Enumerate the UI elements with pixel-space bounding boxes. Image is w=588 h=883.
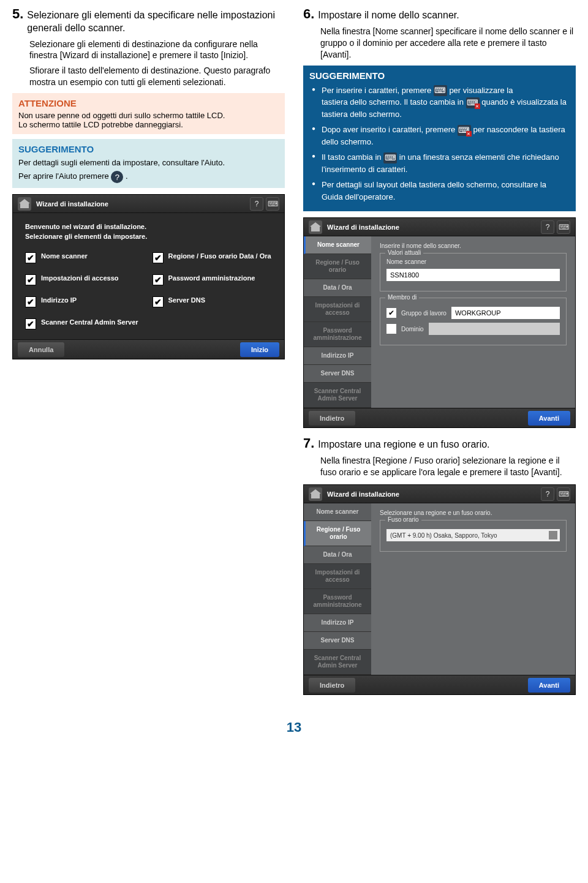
side-accesso[interactable]: Impostazioni di accesso bbox=[304, 564, 371, 589]
side-regione[interactable]: Regione / Fuso orario bbox=[304, 254, 371, 279]
help-button-icon[interactable]: ? bbox=[250, 197, 263, 211]
next-button[interactable]: Avanti bbox=[528, 678, 570, 693]
checkbox-accesso[interactable]: ✔Impostazioni di accesso bbox=[25, 274, 145, 285]
home-icon[interactable] bbox=[309, 487, 322, 501]
side-accesso[interactable]: Impostazioni di accesso bbox=[304, 297, 371, 322]
ss2-legend-membro: Membro di bbox=[385, 294, 419, 301]
checkbox-password[interactable]: ✔Password amministrazione bbox=[153, 274, 273, 285]
attention-box: ATTENZIONE Non usare penne od oggetti du… bbox=[12, 93, 285, 134]
domain-input[interactable] bbox=[429, 323, 560, 335]
step-5-number: 5. bbox=[12, 6, 23, 22]
ss2-label-nome: Nome scanner bbox=[386, 258, 560, 265]
screenshot-fuso-orario: Wizard di installazione ? ⌨ Nome scanner… bbox=[303, 484, 576, 695]
scanner-name-input[interactable]: SSN1800 bbox=[386, 269, 560, 281]
home-icon[interactable] bbox=[309, 220, 322, 234]
attention-line-2: Lo schermo tattile LCD potrebbe danneggi… bbox=[18, 120, 279, 129]
keyboard-icon bbox=[383, 152, 397, 163]
step-5-paragraph-1: Selezionare gli elementi di destinazione… bbox=[29, 39, 285, 62]
home-icon[interactable] bbox=[18, 197, 31, 211]
ss1-intro-1: Benvenuto nel wizard di installazione. bbox=[25, 223, 272, 230]
hint-bullet-4: Per dettagli sul layout della tastiera d… bbox=[312, 179, 570, 203]
side-nome-scanner[interactable]: Nome scanner bbox=[304, 236, 371, 254]
checkbox-dns[interactable]: ✔Server DNS bbox=[153, 296, 273, 307]
hint-line-1: Per dettagli sugli elementi da impostare… bbox=[18, 158, 279, 167]
ss2-label-domain: Dominio bbox=[401, 326, 424, 333]
keyboard-button-icon[interactable]: ⌨ bbox=[557, 220, 570, 234]
hint-bullet-1: Per inserire i caratteri, premere per vi… bbox=[312, 85, 570, 121]
ss2-legend-valori: Valori attuali bbox=[385, 249, 423, 256]
hint-line-2a: Per aprire l'Aiuto premere bbox=[18, 172, 111, 181]
timezone-select[interactable]: (GMT + 9.00 h) Osaka, Sapporo, Tokyo bbox=[386, 529, 560, 541]
keyboard-button-icon[interactable]: ⌨ bbox=[266, 197, 279, 211]
hint-bullet-3: Il tasto cambia in in una finestra senza… bbox=[312, 151, 570, 175]
side-data-ora[interactable]: Data / Ora bbox=[304, 546, 371, 564]
ss1-intro-2: Selezionare gli elementi da impostare. bbox=[25, 233, 272, 240]
hint-title-left: SUGGERIMENTO bbox=[18, 144, 279, 154]
step-7-heading: Impostare una regione e un fuso orario. bbox=[318, 438, 489, 451]
workgroup-checkbox[interactable]: ✔ bbox=[386, 308, 396, 318]
attention-line-1: Non usare penne od oggetti duri sullo sc… bbox=[18, 111, 279, 120]
side-dns[interactable]: Server DNS bbox=[304, 632, 371, 650]
step-7-paragraph: Nella finestra [Regione / Fuso orario] s… bbox=[320, 455, 576, 478]
next-button[interactable]: Avanti bbox=[528, 411, 570, 426]
page-number: 13 bbox=[12, 720, 576, 735]
side-data-ora[interactable]: Data / Ora bbox=[304, 279, 371, 297]
help-button-icon[interactable]: ? bbox=[541, 220, 554, 234]
back-button[interactable]: Indietro bbox=[309, 678, 355, 693]
checkbox-nome-scanner[interactable]: ✔Nome scanner bbox=[25, 252, 145, 263]
hint-line-2b: . bbox=[126, 172, 128, 181]
step-6-heading: Impostare il nome dello scanner. bbox=[318, 9, 459, 22]
step-5-paragraph-2: Sfiorare il tasto dell'elemento di desti… bbox=[29, 65, 285, 88]
side-admin-server[interactable]: Scanner Central Admin Server bbox=[304, 650, 371, 675]
step-6-number: 6. bbox=[303, 6, 314, 22]
keyboard-button-icon[interactable]: ⌨ bbox=[557, 487, 570, 501]
ss2-title: Wizard di installazione bbox=[327, 224, 538, 231]
checkbox-ip[interactable]: ✔Indirizzo IP bbox=[25, 296, 145, 307]
screenshot-wizard-checklist: Wizard di installazione ? ⌨ Benvenuto ne… bbox=[12, 194, 285, 359]
help-button-icon[interactable]: ? bbox=[541, 487, 554, 501]
checkbox-admin-server[interactable]: ✔Scanner Central Admin Server bbox=[25, 318, 145, 329]
side-nome-scanner[interactable]: Nome scanner bbox=[304, 503, 371, 521]
ss3-legend: Fuso orario bbox=[385, 516, 421, 523]
keyboard-close-icon bbox=[466, 97, 480, 108]
hint-bullet-2: Dopo aver inserito i caratteri, premere … bbox=[312, 124, 570, 148]
side-ip[interactable]: Indirizzo IP bbox=[304, 614, 371, 632]
side-admin-server[interactable]: Scanner Central Admin Server bbox=[304, 383, 371, 408]
ss1-title: Wizard di installazione bbox=[36, 200, 247, 208]
domain-checkbox[interactable] bbox=[386, 324, 396, 334]
step-6-paragraph: Nella finestra [Nome scanner] specificar… bbox=[320, 26, 576, 61]
step-7-number: 7. bbox=[303, 435, 314, 451]
back-button[interactable]: Indietro bbox=[309, 411, 355, 426]
help-icon bbox=[111, 171, 123, 183]
cancel-button[interactable]: Annulla bbox=[18, 342, 64, 357]
workgroup-input[interactable]: WORKGROUP bbox=[451, 307, 560, 319]
ss3-prompt: Selezionare una regione e un fuso orario… bbox=[380, 509, 567, 516]
side-dns[interactable]: Server DNS bbox=[304, 365, 371, 383]
side-password[interactable]: Password amministrazione bbox=[304, 589, 371, 614]
step-5-heading: Selezionare gli elementi da specificare … bbox=[27, 9, 285, 35]
attention-title: ATTENZIONE bbox=[18, 98, 279, 108]
hint-box-left: SUGGERIMENTO Per dettagli sugli elementi… bbox=[12, 139, 285, 188]
hint-title-right: SUGGERIMENTO bbox=[309, 70, 570, 81]
keyboard-icon bbox=[434, 85, 447, 96]
ss3-title: Wizard di installazione bbox=[327, 490, 538, 498]
checkbox-regione[interactable]: ✔Regione / Fuso orario Data / Ora bbox=[153, 252, 273, 263]
ss2-label-group: Gruppo di lavoro bbox=[401, 310, 447, 317]
start-button[interactable]: Inizio bbox=[240, 342, 279, 357]
ss2-prompt: Inserire il nome dello scanner. bbox=[380, 242, 567, 249]
side-password[interactable]: Password amministrazione bbox=[304, 322, 371, 347]
keyboard-close-icon bbox=[458, 125, 471, 136]
side-regione[interactable]: Regione / Fuso orario bbox=[304, 521, 371, 546]
screenshot-nome-scanner: Wizard di installazione ? ⌨ Nome scanner… bbox=[303, 217, 576, 428]
side-ip[interactable]: Indirizzo IP bbox=[304, 347, 371, 365]
hint-box-right: SUGGERIMENTO Per inserire i caratteri, p… bbox=[303, 66, 576, 212]
